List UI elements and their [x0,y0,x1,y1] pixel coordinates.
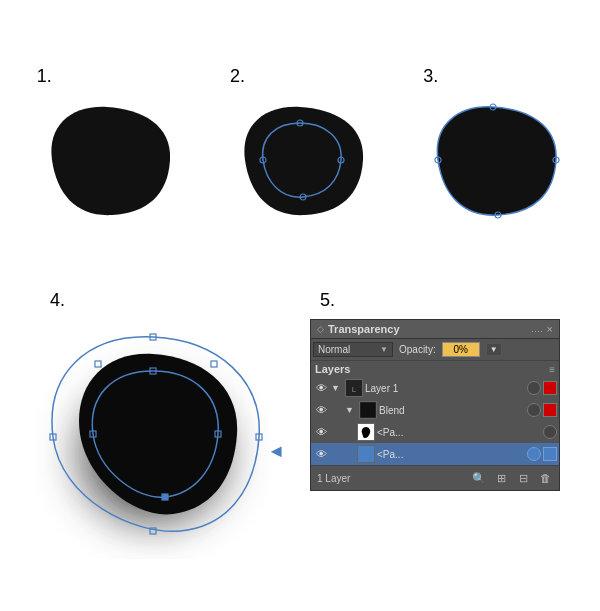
pa1-circle-icon[interactable] [543,425,557,439]
opacity-dropdown-arrow[interactable]: ▼ [486,343,502,356]
layer1-row[interactable]: 👁 ▼ L Layer 1 [311,377,559,399]
svg-rect-21 [361,403,375,417]
step4-container: 4. [20,290,290,559]
blend-right-icons [527,403,557,417]
top-row: 1. 2. [0,0,600,280]
layers-header-row: Layers ≡ [311,360,559,377]
svg-rect-23 [359,447,373,461]
pa2-eye-icon[interactable]: 👁 [313,446,329,462]
new-layer2-icon[interactable]: ⊟ [515,470,531,486]
search-footer-icon[interactable]: 🔍 [471,470,487,486]
delete-layer-icon[interactable]: 🗑 [537,470,553,486]
step2-blob [225,95,375,225]
layer1-square-icon[interactable] [543,381,557,395]
panel-controls-top: ‥‥ × [531,323,553,335]
pa1-thumb [357,423,375,441]
blend-circle-icon[interactable] [527,403,541,417]
step1-label: 1. [17,66,52,87]
pa1-right-icons [543,425,557,439]
bottom-row: 4. [0,280,600,610]
step2-item: 2. [210,66,390,225]
layer1-circle-icon[interactable] [527,381,541,395]
svg-text:L: L [352,385,357,394]
blend-square-icon[interactable] [543,403,557,417]
blend-eye-icon[interactable]: 👁 [313,402,329,418]
blend-mode-value: Normal [318,344,350,355]
layer1-name: Layer 1 [365,383,525,394]
layers-menu-icon[interactable]: ≡ [549,364,555,375]
blend-layer-row[interactable]: 👁 ▼ Blend [311,399,559,421]
blend-dropdown-arrow-icon: ▼ [380,345,388,354]
pa2-circle-icon[interactable] [527,447,541,461]
panel-title: Transparency [328,323,400,335]
footer-icons: 🔍 ⊞ ⊟ 🗑 [471,470,553,486]
pin-icon[interactable]: ‥‥ [531,324,543,334]
opacity-value: 0% [453,344,467,355]
pa2-right-icons [527,447,557,461]
pa2-row[interactable]: 👁 <Pa... [311,443,559,465]
panel-title-area: ◇ Transparency [317,323,400,335]
step3-label: 3. [403,66,438,87]
layer1-expand-icon[interactable]: ▼ [331,383,343,393]
panel-arrow-icon: ◇ [317,324,324,334]
footer-layer-count: 1 Layer [317,473,350,484]
new-layer-icon[interactable]: ⊞ [493,470,509,486]
close-icon[interactable]: × [547,323,553,335]
blend-thumb [359,401,377,419]
layer1-right-icons [527,381,557,395]
blend-expand-icon[interactable]: ▼ [345,405,357,415]
pa2-name: <Pa... [377,449,525,460]
pa1-row[interactable]: 👁 <Pa... [311,421,559,443]
blend-layer-name: Blend [379,405,525,416]
step5-container: 5. ◇ Transparency ‥‥ × Normal [310,290,580,491]
pa2-thumb [357,445,375,463]
step5-label: 5. [310,290,335,311]
layer1-eye-icon[interactable]: 👁 [313,380,329,396]
pa1-name: <Pa... [377,427,541,438]
layer1-thumb: L [345,379,363,397]
transparency-panel: ◇ Transparency ‥‥ × Normal ▼ Opacity: [310,319,560,491]
step4-blob: ◄ [35,319,275,559]
panel-footer: 1 Layer 🔍 ⊞ ⊟ 🗑 [311,465,559,490]
blend-dropdown[interactable]: Normal ▼ [313,342,393,357]
panel-header: ◇ Transparency ‥‥ × [311,320,559,339]
arrow-icon: ◄ [267,441,285,462]
pa1-eye-icon[interactable]: 👁 [313,424,329,440]
step3-item: 3. [403,66,583,225]
step2-label: 2. [210,66,245,87]
blend-row: Normal ▼ Opacity: 0% ▼ [311,339,559,360]
main-container: 1. 2. [0,0,600,611]
step4-label: 4. [20,290,65,311]
step3-blob [418,95,568,225]
opacity-label: Opacity: [399,344,436,355]
step1-item: 1. [17,66,197,225]
step1-blob [32,95,182,225]
svg-rect-18 [162,494,168,500]
layers-title: Layers [315,363,350,375]
pa2-square-icon[interactable] [543,447,557,461]
opacity-field[interactable]: 0% [442,342,480,357]
